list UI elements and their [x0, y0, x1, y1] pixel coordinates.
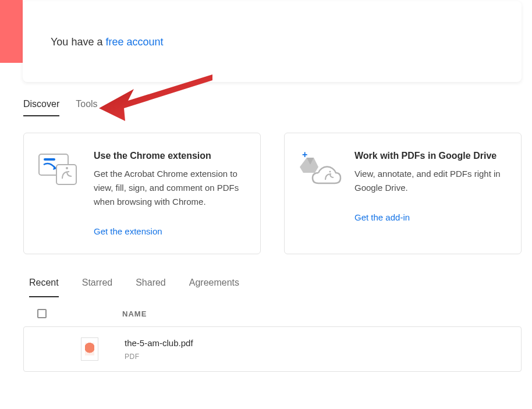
file-row[interactable]: the-5-am-club.pdf PDF	[23, 326, 522, 372]
tab-discover[interactable]: Discover	[23, 99, 59, 116]
promo-cards-row: Use the Chrome extension Get the Acrobat…	[23, 133, 522, 254]
select-all-checkbox[interactable]	[37, 309, 47, 318]
google-drive-pdf-icon: +	[299, 151, 342, 186]
banner-text: You have a free account	[51, 36, 163, 48]
promo-card-chrome: Use the Chrome extension Get the Acrobat…	[23, 133, 261, 254]
svg-point-8	[329, 171, 331, 173]
promo-title: Use the Chrome extension	[94, 151, 244, 161]
main-content: Discover Tools Use the Chrome extension …	[23, 99, 522, 372]
tab-recent[interactable]: Recent	[29, 278, 59, 297]
name-column-header[interactable]: NAME	[122, 310, 147, 318]
file-tabs: Recent Starred Shared Agreements	[29, 278, 522, 297]
banner-prefix: You have a	[51, 36, 105, 48]
promo-description: Get the Acrobat Chrome extension to view…	[94, 167, 244, 209]
promo-title: Work with PDFs in Google Drive	[354, 151, 505, 161]
tab-tools[interactable]: Tools	[76, 99, 97, 116]
tab-starred[interactable]: Starred	[82, 278, 112, 297]
get-addin-link[interactable]: Get the add-in	[354, 212, 505, 222]
brand-accent-strip	[0, 0, 23, 63]
tab-agreements[interactable]: Agreements	[189, 278, 239, 297]
svg-rect-1	[44, 158, 55, 161]
get-extension-link[interactable]: Get the extension	[94, 226, 244, 236]
free-account-link[interactable]: free account	[105, 36, 163, 48]
svg-point-4	[66, 167, 68, 169]
file-table-header: NAME	[23, 297, 522, 326]
top-tabs: Discover Tools	[23, 99, 522, 116]
file-name: the-5-am-club.pdf	[125, 338, 521, 348]
file-thumbnail-icon	[81, 337, 98, 361]
chrome-extension-icon	[38, 151, 81, 186]
tab-shared[interactable]: Shared	[136, 278, 166, 297]
account-banner: You have a free account	[23, 1, 522, 82]
promo-description: View, annotate, and edit PDFs right in G…	[354, 167, 505, 195]
file-type-label: PDF	[125, 353, 521, 361]
promo-card-gdrive: + Work with PDFs in Google Drive View, a…	[284, 133, 522, 254]
